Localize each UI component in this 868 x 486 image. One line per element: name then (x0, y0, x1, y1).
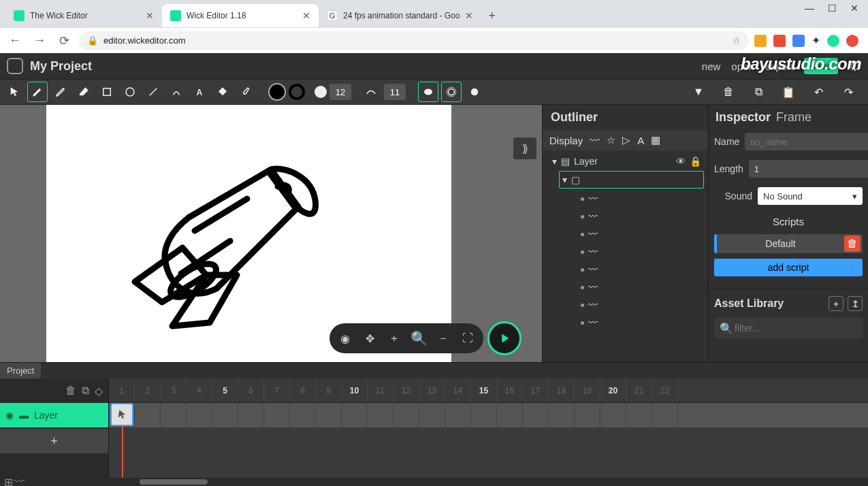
timeline-cell[interactable] (549, 403, 575, 427)
timeline-cell[interactable] (393, 403, 419, 427)
collapse-panel-button[interactable]: ⟫ (513, 137, 536, 159)
play-button[interactable] (487, 321, 521, 355)
outliner-path-row[interactable]: 〰 (547, 261, 704, 278)
fill-color[interactable] (268, 83, 286, 101)
timeline-cell[interactable] (523, 403, 549, 427)
stroke-color[interactable] (289, 84, 305, 100)
timeline-tick[interactable]: 17 (523, 378, 549, 402)
timeline-cell[interactable] (187, 403, 212, 427)
timeline-tick[interactable]: 8 (290, 378, 316, 402)
rectangle-tool[interactable] (97, 82, 117, 102)
pan-icon[interactable]: ✥ (361, 329, 379, 347)
text-tool[interactable]: A (189, 82, 210, 102)
upload-asset-button[interactable]: ↥ (848, 296, 863, 311)
close-tab-icon[interactable]: ✕ (302, 10, 310, 21)
eyedropper-tool[interactable] (236, 82, 256, 102)
cursor-tool[interactable] (4, 82, 25, 102)
timeline-tick[interactable]: 12 (393, 378, 419, 402)
ellipse-tool[interactable] (120, 82, 140, 102)
outliner-path-row[interactable]: 〰 (547, 314, 704, 331)
copy-icon[interactable]: ⧉ (748, 82, 769, 102)
brush-size-input[interactable]: 12 (329, 84, 351, 100)
dropdown-icon[interactable]: ▼ (688, 82, 709, 102)
timeline-tick[interactable]: 21 (626, 378, 652, 402)
new-button[interactable]: new (702, 61, 721, 72)
eye-icon[interactable]: 👁 (676, 156, 686, 167)
redo-icon[interactable]: ↷ (838, 82, 858, 102)
ext-icon-3[interactable] (792, 35, 805, 47)
timeline-cell[interactable] (264, 403, 290, 427)
sound-select[interactable]: No Sound ▾ (758, 187, 863, 205)
path-display-icon[interactable]: 〰 (590, 135, 600, 146)
timeline-track-area[interactable]: 12345678910111213141516171819202122 (109, 378, 868, 478)
timeline-cell[interactable] (575, 403, 600, 427)
script-item-default[interactable]: Default 🗑 (714, 234, 863, 253)
outliner-path-row[interactable]: 〰 (547, 225, 704, 243)
timeline-cell[interactable] (419, 403, 445, 427)
timeline-tick[interactable]: 10 (342, 378, 368, 402)
fill-tool[interactable] (212, 82, 233, 102)
timeline-tick[interactable]: 13 (419, 378, 445, 402)
timeline-tick[interactable]: 9 (316, 378, 342, 402)
puzzle-icon[interactable]: ✦ (811, 34, 820, 47)
timeline-cell[interactable] (626, 403, 652, 427)
browser-tab-2[interactable]: G 24 fps animation standard - Goo ✕ (319, 4, 481, 27)
onion-outline-toggle[interactable] (441, 82, 462, 102)
onion-skin-toggle[interactable] (418, 82, 438, 102)
asset-filter-input[interactable] (714, 318, 863, 338)
outliner-path-row[interactable]: 〰 (547, 296, 704, 314)
timeline-cell[interactable] (445, 403, 471, 427)
pencil-tool[interactable] (50, 82, 71, 102)
timeline-cell[interactable] (368, 403, 393, 427)
timeline-tick[interactable]: 7 (264, 378, 290, 402)
timeline-tick[interactable]: 19 (575, 378, 600, 402)
smooth-input[interactable]: 11 (384, 84, 406, 100)
length-input[interactable] (749, 160, 868, 178)
timeline-tick[interactable]: 6 (238, 378, 264, 402)
eraser-tool[interactable] (74, 82, 94, 102)
recenter-icon[interactable]: ◉ (336, 329, 354, 347)
url-field[interactable]: 🔒 editor.wickeditor.com ☆ (79, 31, 749, 50)
timeline-tick[interactable]: 22 (652, 378, 678, 402)
add-asset-button[interactable]: + (829, 296, 843, 311)
star-icon[interactable]: ☆ (733, 35, 741, 46)
ext-icon-2[interactable] (773, 35, 786, 47)
timeline-tick[interactable]: 14 (445, 378, 471, 402)
timeline-tick[interactable]: 16 (497, 378, 523, 402)
timeline-layer-row[interactable]: ◉ ▬ Layer (0, 403, 108, 427)
timeline-tick[interactable]: 3 (161, 378, 187, 402)
browser-tab-0[interactable]: The Wick Editor ✕ (5, 4, 162, 27)
timeline-cell[interactable] (290, 403, 316, 427)
shape-display-icon[interactable]: ☆ (607, 134, 615, 146)
timeline-cell[interactable] (652, 403, 678, 427)
close-window-button[interactable]: ✕ (850, 3, 858, 14)
maximize-button[interactable]: ☐ (828, 3, 837, 14)
duplicate-layer-icon[interactable]: ⧉ (82, 385, 89, 397)
timeline-view-icon[interactable]: 〰 (14, 476, 27, 486)
timeline-tick[interactable]: 1 (109, 378, 135, 402)
play-display-icon[interactable]: ▷ (622, 134, 630, 146)
timeline-cell[interactable] (342, 403, 368, 427)
timeline-cell[interactable] (600, 403, 626, 427)
timeline-cell[interactable] (212, 403, 238, 427)
timeline-cell[interactable] (497, 403, 523, 427)
onion-settings[interactable] (464, 82, 485, 102)
timeline-scrollbar[interactable]: ⊞ 〰 (0, 478, 868, 486)
line-tool[interactable] (143, 82, 163, 102)
image-display-icon[interactable]: ▦ (651, 134, 660, 146)
close-tab-icon[interactable]: ✕ (146, 10, 154, 21)
outliner-path-row[interactable]: 〰 (547, 208, 704, 225)
lock-icon[interactable]: 🔒 (690, 156, 701, 167)
close-tab-icon[interactable]: ✕ (465, 10, 473, 21)
pen-tool[interactable] (166, 82, 187, 102)
browser-tab-1[interactable]: Wick Editor 1.18 ✕ (162, 4, 319, 27)
chevron-down-icon[interactable]: ▾ (562, 174, 567, 185)
ext-icon-1[interactable] (754, 35, 767, 47)
new-tab-button[interactable]: + (481, 5, 502, 27)
undo-icon[interactable]: ↶ (808, 82, 829, 102)
chevron-down-icon[interactable]: ▾ (552, 156, 557, 167)
text-display-icon[interactable]: A (637, 135, 644, 146)
add-layer-button[interactable]: + (0, 429, 108, 453)
ext-icon-4[interactable] (827, 35, 839, 47)
timeline-cell[interactable] (471, 403, 497, 427)
